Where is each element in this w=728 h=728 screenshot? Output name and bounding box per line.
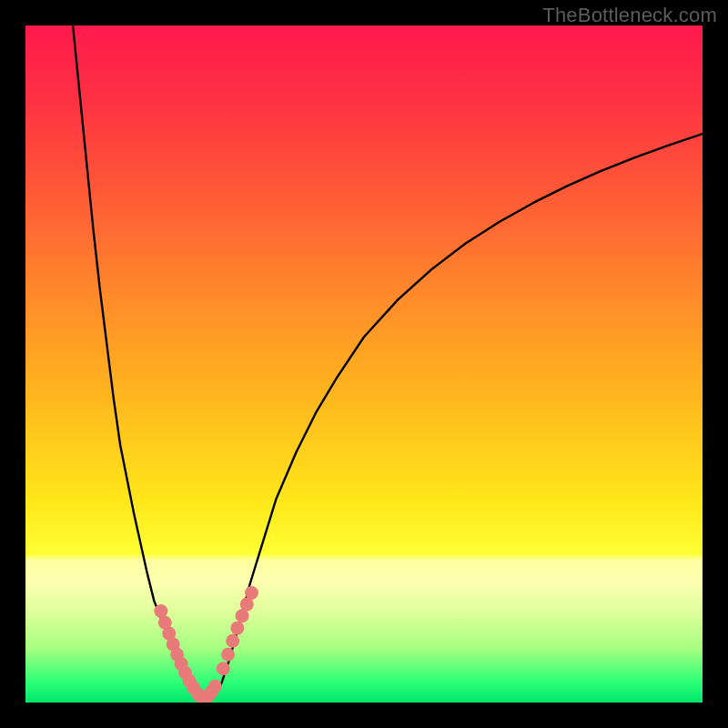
data-point-marker (245, 586, 258, 600)
data-point-marker (221, 648, 235, 662)
data-point-marker (217, 662, 230, 675)
attribution-text: TheBottleneck.com (542, 4, 717, 27)
plot-area (25, 25, 703, 703)
data-point-marker (226, 634, 239, 648)
data-point-marker (208, 680, 222, 693)
plot-svg (25, 25, 703, 703)
data-point-marker (230, 622, 244, 635)
chart-frame: TheBottleneck.com (0, 0, 728, 728)
gradient-background (25, 25, 703, 703)
